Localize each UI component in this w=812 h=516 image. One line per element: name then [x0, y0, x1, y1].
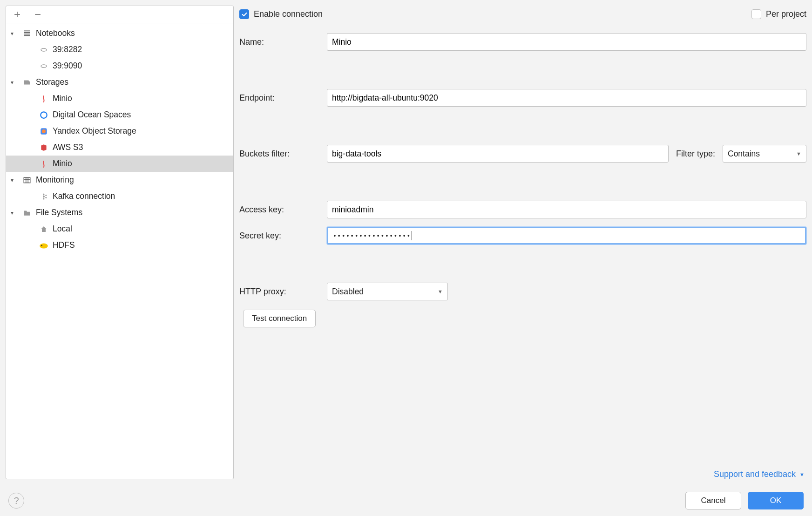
- http-proxy-select[interactable]: Disabled ▼: [327, 283, 448, 300]
- test-connection-button[interactable]: Test connection: [243, 310, 316, 327]
- tree-item[interactable]: AWS S3: [6, 139, 233, 156]
- tree-item[interactable]: 39:8282: [6, 41, 233, 58]
- secret-key-input[interactable]: ••••••••••••••••••: [327, 227, 806, 244]
- help-button[interactable]: ?: [8, 493, 24, 509]
- tree-group-label: File Systems: [36, 208, 82, 217]
- connection-tree: ▾ Notebooks 39:8282 39:9090 ▾: [6, 23, 233, 479]
- svg-point-5: [41, 65, 47, 68]
- tree-item-label: 39:9090: [53, 61, 82, 71]
- digitalocean-icon: [39, 110, 49, 120]
- chevron-down-icon: ▾: [11, 210, 17, 216]
- link-icon: [39, 61, 49, 71]
- aws-s3-icon: [39, 143, 49, 153]
- kafka-icon: [39, 191, 49, 202]
- filesystems-icon: [22, 208, 32, 218]
- monitoring-icon: [22, 175, 32, 185]
- tree-group-label: Monitoring: [36, 175, 74, 185]
- tree-item[interactable]: Local: [6, 221, 233, 237]
- chevron-down-icon: ▼: [438, 289, 443, 294]
- tree-item[interactable]: HDFS: [6, 237, 233, 253]
- buckets-filter-input[interactable]: [327, 145, 669, 163]
- tree-group-filesystems[interactable]: ▾ File Systems: [6, 204, 233, 221]
- chevron-down-icon: ▾: [11, 79, 17, 86]
- chevron-down-icon: ▼: [799, 472, 805, 477]
- filter-type-value: Contains: [728, 149, 760, 159]
- svg-point-6: [41, 112, 47, 118]
- support-feedback-link[interactable]: Support and feedback ▼: [714, 469, 805, 479]
- tree-item[interactable]: Minio: [6, 90, 233, 107]
- tree-group-monitoring[interactable]: ▾ Monitoring: [6, 172, 233, 188]
- add-button[interactable]: +: [13, 9, 22, 20]
- tree-item-label: Digital Ocean Spaces: [53, 110, 131, 120]
- tree-item-label: Yandex Object Storage: [53, 126, 136, 136]
- per-project-checkbox[interactable]: [751, 9, 761, 19]
- secret-key-label: Secret key:: [239, 231, 323, 241]
- dialog-footer: ? Cancel OK: [0, 485, 812, 516]
- endpoint-label: Endpoint:: [239, 93, 323, 103]
- filter-type-label: Filter type:: [676, 149, 715, 159]
- chevron-down-icon: ▾: [11, 177, 17, 183]
- filter-type-select[interactable]: Contains ▼: [723, 145, 806, 163]
- minio-icon: [39, 94, 49, 104]
- tree-item-label: Minio: [53, 94, 72, 103]
- svg-point-21: [40, 243, 48, 248]
- tree-item[interactable]: 39:9090: [6, 58, 233, 74]
- sidebar: + − ▾ Notebooks 39:8282: [6, 6, 234, 479]
- access-key-label: Access key:: [239, 205, 323, 215]
- home-icon: [39, 224, 49, 234]
- storages-icon: [22, 77, 32, 88]
- endpoint-input[interactable]: [327, 89, 806, 107]
- ok-button[interactable]: OK: [748, 492, 804, 509]
- form-grid: Name: Endpoint: Buckets filter: Filter t…: [239, 33, 806, 300]
- svg-rect-9: [24, 177, 30, 183]
- main-content: + − ▾ Notebooks 39:8282: [0, 0, 812, 485]
- tree-group-label: Notebooks: [36, 28, 75, 38]
- top-row: Enable connection Per project: [239, 9, 806, 19]
- yandex-icon: [39, 126, 49, 136]
- chevron-down-icon: ▼: [796, 151, 801, 156]
- config-panel: Enable connection Per project Name: Endp…: [239, 6, 806, 479]
- buckets-filter-label: Buckets filter:: [239, 149, 323, 159]
- tree-item-selected[interactable]: Minio: [6, 156, 233, 172]
- tree-item[interactable]: Kafka connection: [6, 188, 233, 204]
- tree-group-label: Storages: [36, 77, 68, 87]
- tree-group-notebooks[interactable]: ▾ Notebooks: [6, 25, 233, 41]
- tree-item-label: HDFS: [53, 240, 75, 250]
- tree-item-label: Kafka connection: [53, 191, 115, 201]
- enable-connection-checkbox[interactable]: [239, 9, 249, 19]
- link-icon: [39, 45, 49, 55]
- cancel-button[interactable]: Cancel: [685, 492, 741, 509]
- remove-button[interactable]: −: [33, 9, 42, 20]
- access-key-input[interactable]: [327, 201, 806, 218]
- hdfs-icon: [39, 240, 49, 251]
- svg-point-8: [42, 129, 46, 133]
- notebooks-icon: [22, 28, 32, 39]
- secret-key-value: ••••••••••••••••••: [333, 232, 411, 239]
- tree-item-label: 39:8282: [53, 45, 82, 54]
- support-link-label: Support and feedback: [714, 469, 796, 479]
- per-project-label: Per project: [766, 9, 806, 19]
- http-proxy-label: HTTP proxy:: [239, 287, 323, 297]
- chevron-down-icon: ▾: [11, 30, 17, 37]
- tree-item-label: AWS S3: [53, 143, 83, 152]
- tree-item[interactable]: Yandex Object Storage: [6, 123, 233, 139]
- tree-item-label: Minio: [53, 159, 72, 169]
- minio-icon: [39, 159, 49, 169]
- svg-point-22: [41, 244, 42, 246]
- tree-item-label: Local: [53, 224, 72, 234]
- text-caret: [412, 231, 412, 240]
- svg-point-4: [41, 48, 47, 51]
- sidebar-toolbar: + −: [6, 6, 233, 23]
- enable-connection-label: Enable connection: [254, 9, 323, 19]
- http-proxy-value: Disabled: [332, 287, 364, 297]
- tree-item[interactable]: Digital Ocean Spaces: [6, 107, 233, 123]
- name-label: Name:: [239, 37, 323, 47]
- name-input[interactable]: [327, 33, 806, 51]
- tree-group-storages[interactable]: ▾ Storages: [6, 74, 233, 90]
